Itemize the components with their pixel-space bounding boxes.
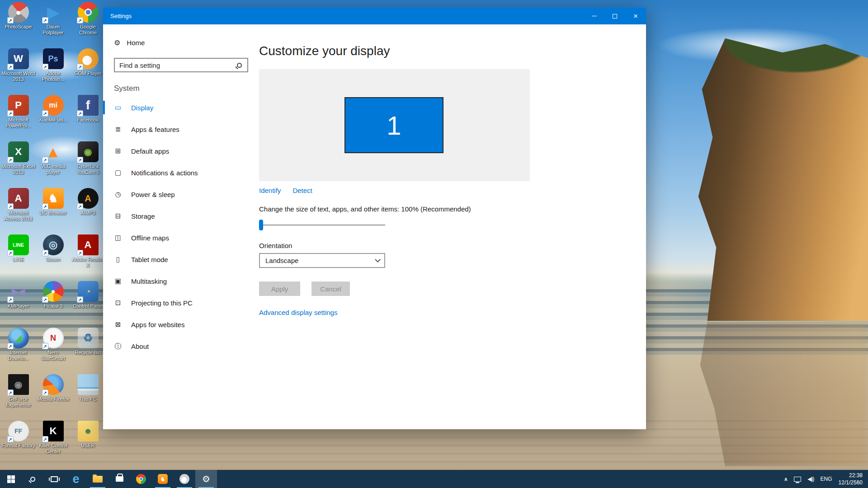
sidebar-home[interactable]: ⚙ Home [103, 34, 259, 52]
sidebar-item-display[interactable]: ▭Display [103, 97, 259, 118]
search-icon[interactable] [237, 63, 242, 68]
apply-button[interactable]: Apply [259, 282, 300, 296]
titlebar[interactable]: Settings × [103, 8, 646, 24]
power-sleep-icon: ◷ [114, 190, 122, 198]
maximize-button[interactable] [604, 8, 625, 24]
idm-icon: ◢↗ [8, 328, 29, 348]
nero-icon: N↗ [43, 328, 64, 348]
sidebar-item-label: Projecting to this PC [131, 299, 193, 307]
sidebar-item-apps-features[interactable]: ≣Apps & features [103, 118, 259, 140]
desktop-icon-nero-startsmart[interactable]: N↗Nero StartSmart [36, 328, 71, 374]
desktop-icon-label: Microsoft PowerPoi... [1, 117, 36, 129]
taskbar-task-view[interactable] [43, 470, 65, 488]
taskbar-store[interactable] [108, 470, 130, 488]
desktop-icon-label: Nero StartSmart [36, 350, 71, 361]
display-settings-content: Customize your display 1 Identify Detect… [259, 24, 646, 429]
desktop-icon-google-chrome[interactable]: ↗Google Chrome [71, 2, 105, 48]
shortcut-arrow-icon: ↗ [42, 296, 48, 303]
powerpoint-icon: P↗ [8, 95, 29, 116]
cancel-button[interactable]: Cancel [311, 282, 350, 296]
sidebar-nav: ▭Display≣Apps & features⊞Default apps▢No… [103, 97, 259, 357]
desktop-icon-format-factory[interactable]: FF↗Format Factory [1, 421, 36, 467]
desktop-icon-adobe-reader-x[interactable]: A↗Adobe Reader X [71, 235, 105, 281]
advanced-display-settings-link[interactable]: Advanced display settings [259, 309, 337, 316]
clock[interactable]: 22:38 12/1/2560 [839, 472, 863, 486]
taskbar-search[interactable] [22, 470, 43, 488]
desktop-icon-aimp3[interactable]: A↗AIMP3 [71, 188, 105, 235]
network-icon[interactable] [794, 477, 801, 482]
desktop-icon-xiaomiflas[interactable]: mi↗XiaoMiFlas... [36, 95, 71, 141]
orientation-dropdown[interactable]: Landscape [259, 253, 385, 268]
desktop-icon-label: LINE [13, 257, 24, 263]
desktop-icon-internet-downlo[interactable]: ◢↗Internet Downlo... [1, 328, 36, 374]
sidebar-item-tablet-mode[interactable]: ▯Tablet mode [103, 249, 259, 270]
desktop-icon-steam[interactable]: ◎↗Steam [36, 235, 71, 281]
desktop-icon-label: Internet Downlo... [1, 350, 36, 361]
shortcut-arrow-icon: ↗ [42, 17, 48, 23]
desktop-icon-adobe-photosh[interactable]: Ps↗Adobe Photosh... [36, 48, 71, 95]
desktop-icon-daum-potplayer[interactable]: ▶↗Daum Potplayer [36, 2, 71, 48]
sidebar-item-default-apps[interactable]: ⊞Default apps [103, 140, 259, 162]
desktop-icon-uc-browser[interactable]: ♞↗UC Browser [36, 188, 71, 235]
sidebar-item-offline-maps[interactable]: ◫Offline maps [103, 227, 259, 249]
taskbar-start-button[interactable] [0, 470, 22, 488]
desktop-icon-microsoft-word-2013[interactable]: W↗Microsoft Word 2013 [1, 48, 36, 95]
sidebar-item-storage[interactable]: ⊟Storage [103, 205, 259, 227]
minimize-button[interactable] [584, 8, 604, 24]
taskbar-uc-browser[interactable]: ♞ [152, 470, 174, 488]
identify-link[interactable]: Identify [259, 187, 281, 194]
desktop-icon-cyberlink-youcam-5[interactable]: ◉↗CyberLink YouCam 5 [71, 141, 105, 188]
desktop-icon-gom-player[interactable]: ↗GOM Player [71, 48, 105, 95]
speaker-icon[interactable]: ◀)) [807, 476, 814, 482]
taskbar-file-explorer[interactable] [87, 470, 108, 488]
taskbar-edge[interactable]: e [65, 470, 87, 488]
desktop-icon-this-pc[interactable]: This PC [71, 374, 105, 421]
facebook-icon: f↗ [78, 95, 99, 116]
sidebar-item-projecting-to-this-pc[interactable]: ⊡Projecting to this PC [103, 292, 259, 314]
shortcut-arrow-icon: ↗ [42, 157, 48, 163]
shortcut-arrow-icon: ↗ [7, 110, 14, 117]
sidebar-item-power-sleep[interactable]: ◷Power & sleep [103, 183, 259, 205]
desktop-icon-user[interactable]: ☻USER [71, 421, 105, 467]
desktop-icon-control-panel[interactable]: ◔↗Control Panel [71, 281, 105, 328]
desktop-icon-facebook[interactable]: f↗Facebook [71, 95, 105, 141]
search-box[interactable] [114, 58, 248, 72]
edge-icon: e [72, 473, 79, 485]
desktop-icon-microsoft-excel-2013[interactable]: X↗Microsoft Excel 2013 [1, 141, 36, 188]
taskbar-settings[interactable]: ⚙ [195, 470, 217, 488]
language-indicator[interactable]: ENG [821, 476, 832, 482]
sidebar-item-about[interactable]: ⓘAbout [103, 335, 259, 357]
desktop-icon-geforce-experience[interactable]: ◉↗GeForce Experience [1, 374, 36, 421]
settings-window: Settings × ⚙ Home System ▭Display≣Apps &… [103, 8, 646, 429]
desktop-icon-mozilla-firefox[interactable]: ↗Mozilla Firefox [36, 374, 71, 421]
gear-icon: ⚙ [114, 38, 120, 47]
scale-slider[interactable] [259, 219, 385, 231]
search-input[interactable] [119, 61, 237, 69]
desktop-icon-killer-control-center[interactable]: K↗Killer Control Center [36, 421, 71, 467]
desktop-icon-label: CyberLink YouCam 5 [71, 164, 105, 175]
slider-thumb[interactable] [259, 220, 263, 230]
tablet-mode-icon: ▯ [114, 255, 122, 263]
shortcut-arrow-icon: ↗ [42, 203, 48, 210]
desktop-icon-kmplayer[interactable]: ▶◀↗KMPlayer [1, 281, 36, 328]
monitor-number: 1 [387, 110, 401, 141]
desktop-icon-picasa-3[interactable]: ●↗Picasa 3 [36, 281, 71, 328]
desktop-icon-vlc-media-player[interactable]: ▲↗VLC media player [36, 141, 71, 188]
desktop-icon-microsoft-access-2013[interactable]: A↗Microsoft Access 2013 [1, 188, 36, 235]
tray-chevron-icon[interactable]: ∧ [784, 476, 788, 482]
shortcut-arrow-icon: ↗ [7, 436, 14, 442]
sidebar-item-apps-for-websites[interactable]: ⊠Apps for websites [103, 314, 259, 335]
desktop-icon-photoscape[interactable]: ●↗PhotoScape [1, 2, 36, 48]
desktop-icon-line[interactable]: LINE↗LINE [1, 235, 36, 281]
shortcut-arrow-icon: ↗ [42, 436, 48, 442]
taskbar-chrome[interactable] [130, 470, 152, 488]
shortcut-arrow-icon: ↗ [42, 250, 48, 256]
sidebar-item-multitasking[interactable]: ▣Multitasking [103, 270, 259, 292]
close-button[interactable]: × [625, 8, 646, 24]
taskbar-gom-player[interactable] [174, 470, 195, 488]
desktop-icon-recycle-bin[interactable]: ♻Recycle Bin [71, 328, 105, 374]
desktop-icon-microsoft-powerpoi[interactable]: P↗Microsoft PowerPoi... [1, 95, 36, 141]
monitor-1[interactable]: 1 [344, 97, 443, 153]
sidebar-item-notifications-actions[interactable]: ▢Notifications & actions [103, 162, 259, 183]
detect-link[interactable]: Detect [292, 187, 312, 194]
